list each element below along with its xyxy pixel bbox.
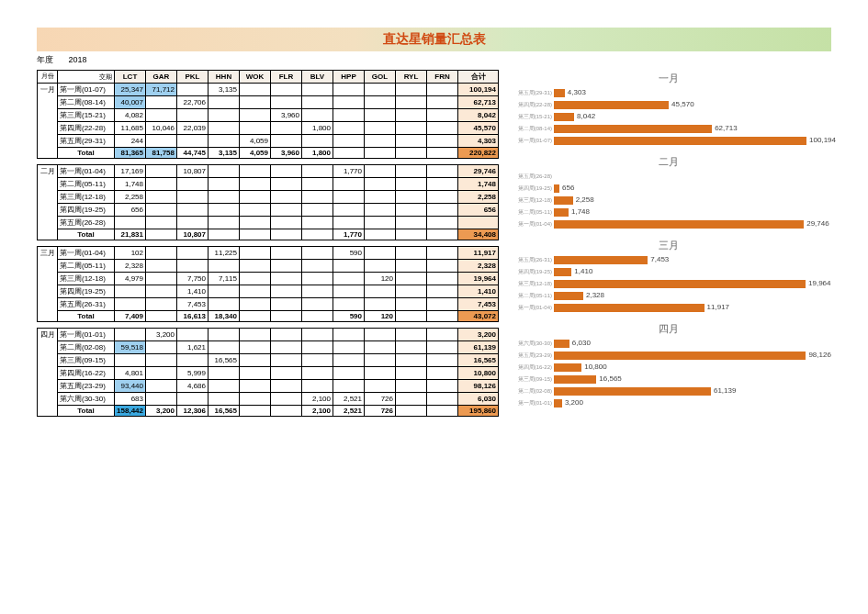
data-cell xyxy=(271,122,302,135)
total-label: Total xyxy=(58,406,115,417)
data-cell xyxy=(271,367,302,380)
week-label: 第四周(19-25) xyxy=(58,285,115,298)
bar-value: 45,570 xyxy=(669,100,693,108)
total-row: Total81,36581,75844,7453,1354,0593,9601,… xyxy=(38,148,499,159)
bar-track: 1,748 xyxy=(554,208,831,217)
row-sum: 7,453 xyxy=(458,298,499,311)
data-cell xyxy=(240,191,271,204)
data-cell: 71,712 xyxy=(146,84,177,96)
table-row: 第二周(05-11)1,7481,748 xyxy=(38,178,499,191)
data-cell: 11,225 xyxy=(209,247,240,260)
data-cell xyxy=(115,285,146,298)
data-cell xyxy=(209,165,240,178)
data-cell: 7,750 xyxy=(177,273,209,285)
data-cell xyxy=(146,367,177,380)
data-cell: 1,800 xyxy=(302,122,333,135)
data-cell xyxy=(427,109,458,122)
total-cell xyxy=(365,148,396,159)
bar-track: 656 xyxy=(554,184,831,193)
data-cell xyxy=(427,84,458,96)
data-cell xyxy=(396,135,427,148)
week-label: 第二周(05-11) xyxy=(58,260,115,273)
data-cell xyxy=(115,298,146,311)
data-cell xyxy=(396,341,427,354)
data-cell xyxy=(177,354,209,367)
row-sum: 6,030 xyxy=(458,393,499,406)
bar-category: 第四周(19-25) xyxy=(506,268,554,276)
data-cell xyxy=(333,367,365,380)
data-cell xyxy=(333,285,365,298)
data-cell xyxy=(240,273,271,285)
data-cell xyxy=(146,178,177,191)
data-cell xyxy=(146,380,177,393)
total-cell xyxy=(302,311,333,322)
data-cell: 3,200 xyxy=(146,329,177,341)
data-cell xyxy=(240,285,271,298)
data-cell xyxy=(146,217,177,229)
total-cell xyxy=(396,406,427,417)
bar-value: 19,964 xyxy=(806,279,830,287)
table-row: 第五周(29-31)2444,0594,303 xyxy=(38,135,499,148)
row-sum: 2,328 xyxy=(458,260,499,273)
data-cell xyxy=(365,109,396,122)
data-cell xyxy=(302,380,333,393)
bar-category: 第三周(09-15) xyxy=(506,375,554,384)
data-cell xyxy=(209,109,240,122)
data-cell xyxy=(177,329,209,341)
bar-fill: 61,139 xyxy=(554,387,711,396)
data-cell xyxy=(209,298,240,311)
total-cell: 10,807 xyxy=(177,229,209,240)
data-cell xyxy=(396,393,427,406)
total-cell: 21,831 xyxy=(115,229,146,240)
data-cell xyxy=(209,204,240,217)
total-sum: 43,072 xyxy=(458,311,499,322)
data-cell xyxy=(427,217,458,229)
data-cell xyxy=(209,393,240,406)
data-cell xyxy=(240,260,271,273)
week-label: 第三周(12-18) xyxy=(58,191,115,204)
data-cell xyxy=(240,165,271,178)
header-col-7: HPP xyxy=(333,71,365,84)
data-cell xyxy=(333,298,365,311)
data-cell xyxy=(240,217,271,229)
data-cell: 4,082 xyxy=(115,109,146,122)
data-cell xyxy=(365,204,396,217)
chart-block: 三月第五周(26-31)7,453第四周(19-25)1,410第三周(12-1… xyxy=(506,237,831,313)
week-label: 第四周(16-22) xyxy=(58,367,115,380)
month-name: 四月 xyxy=(38,329,58,417)
total-label: Total xyxy=(58,229,115,240)
data-cell xyxy=(427,96,458,109)
bar-row: 第四周(16-22)10,800 xyxy=(506,362,831,373)
data-cell: 656 xyxy=(115,204,146,217)
bar-category: 第五周(23-29) xyxy=(506,352,554,360)
week-label: 第五周(26-28) xyxy=(58,217,115,229)
data-cell xyxy=(271,178,302,191)
data-cell xyxy=(365,135,396,148)
data-cell xyxy=(271,260,302,273)
data-cell: 4,059 xyxy=(240,135,271,148)
data-cell xyxy=(240,109,271,122)
row-sum: 3,200 xyxy=(458,329,499,341)
bar-value: 98,126 xyxy=(806,351,830,359)
bar-row: 第二周(08-14)62,713 xyxy=(506,123,831,134)
bar-fill: 100,194 xyxy=(554,137,806,145)
total-cell: 16,613 xyxy=(177,311,209,322)
table-row: 第六周(30-30)6832,1002,5217266,030 xyxy=(38,393,499,406)
data-cell: 1,621 xyxy=(177,341,209,354)
data-cell xyxy=(271,165,302,178)
row-sum: 98,126 xyxy=(458,380,499,393)
bar-row: 第五周(26-28) xyxy=(506,171,831,182)
bar-fill: 11,917 xyxy=(554,304,705,312)
tables-area: 月份交期LCTGARPKLHHNWOKFLRBLVHPPGOLRYLFRN合计一… xyxy=(37,70,499,422)
data-cell xyxy=(396,354,427,367)
data-cell xyxy=(427,122,458,135)
data-cell xyxy=(209,96,240,109)
header-col-10: FRN xyxy=(427,71,458,84)
data-cell xyxy=(240,204,271,217)
total-cell: 3,135 xyxy=(209,148,240,159)
data-cell: 4,979 xyxy=(115,273,146,285)
total-label: Total xyxy=(58,148,115,159)
row-sum: 100,194 xyxy=(458,84,499,96)
chart-title: 三月 xyxy=(506,239,831,252)
data-cell xyxy=(177,260,209,273)
